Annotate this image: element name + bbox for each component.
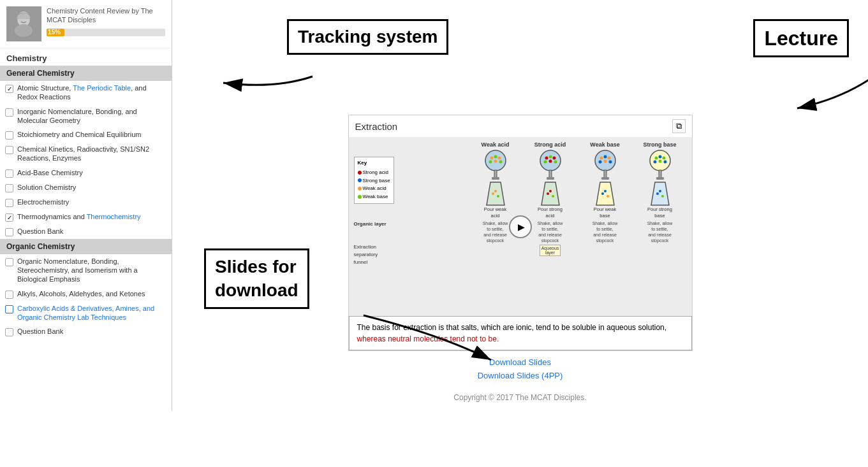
lesson-text: Thermodynamics and Thermochemistry	[17, 212, 141, 221]
lesson-checkbox[interactable]	[5, 328, 13, 336]
lesson-link[interactable]: The Periodic Table	[73, 84, 131, 92]
list-item[interactable]: Electrochemistry	[0, 195, 172, 210]
svg-point-39	[608, 161, 612, 164]
diagram-labels: Organic layer Extractionseparatoryfunnel	[354, 220, 386, 266]
svg-point-30	[547, 192, 549, 195]
svg-point-37	[598, 161, 601, 164]
list-item[interactable]: Chemical Kinetics, Radioactivity, SN1/SN…	[0, 142, 172, 166]
lesson-checkbox[interactable]: ✓	[5, 213, 13, 222]
download-slides-link[interactable]: Download Slides	[489, 357, 551, 367]
svg-rect-41	[601, 177, 609, 180]
svg-point-10	[497, 157, 501, 160]
svg-rect-54	[656, 177, 664, 180]
lecture-annotation: Lecture	[753, 19, 849, 57]
lesson-text: Organic Nomenclature, Bonding, Stereoche…	[17, 257, 165, 284]
list-item[interactable]: Acid-Base Chemistry	[0, 166, 172, 180]
lesson-checkbox[interactable]	[5, 146, 13, 154]
lesson-text: Acid-Base Chemistry	[17, 168, 83, 177]
svg-point-17	[492, 192, 494, 195]
download-slides-4pp-link[interactable]: Download Slides (4PP)	[478, 371, 563, 380]
svg-point-57	[661, 195, 664, 198]
lesson-text: Carboxylic Acids & Derivatives, Amines, …	[17, 304, 165, 322]
expand-button[interactable]: ⧉	[672, 119, 686, 133]
lesson-text: Chemical Kinetics, Radioactivity, SN1/SN…	[17, 145, 165, 163]
progress-label: 15%	[48, 29, 61, 36]
svg-point-23	[552, 157, 555, 160]
svg-rect-15	[492, 177, 499, 180]
copyright-text: Copyright © 2017 The MCAT Disciples.	[453, 387, 586, 405]
course-thumbnail	[6, 6, 41, 41]
list-item[interactable]: ✓ Atomic Structure, The Periodic Table, …	[0, 81, 172, 104]
list-item[interactable]: Organic Nomenclature, Bonding, Stereoche…	[0, 254, 172, 287]
video-title: Extraction	[355, 121, 398, 132]
list-item[interactable]: Carboxylic Acids & Derivatives, Amines, …	[0, 301, 172, 325]
lecture-area: Extraction ⧉ Key Strong acid Strong base…	[348, 115, 693, 351]
svg-point-56	[656, 192, 659, 195]
svg-point-38	[603, 160, 607, 163]
lesson-checkbox[interactable]	[5, 305, 13, 313]
svg-point-13	[499, 161, 502, 164]
svg-point-47	[654, 157, 658, 160]
lesson-checkbox[interactable]: ✓	[5, 85, 13, 93]
list-item[interactable]: Inorganic Nomenclature, Bonding, and Mol…	[0, 104, 172, 128]
sidebar: Chemistry Content Review by The MCAT Dis…	[0, 0, 172, 411]
svg-point-52	[663, 161, 666, 164]
lesson-link[interactable]: Thermochemistry	[87, 213, 141, 220]
svg-rect-28	[547, 177, 554, 180]
svg-point-11	[489, 161, 492, 164]
list-item[interactable]: Question Bank	[0, 224, 172, 239]
svg-point-24	[543, 161, 547, 164]
svg-point-50	[653, 161, 656, 164]
list-item[interactable]: Solution Chemistry	[0, 180, 172, 195]
lesson-checkbox[interactable]	[5, 258, 13, 266]
play-button[interactable]: ▶	[509, 215, 532, 238]
lesson-text: Alkyls, Alcohols, Aldehydes, and Ketones	[17, 289, 145, 298]
lesson-checkbox[interactable]	[5, 169, 13, 178]
svg-marker-55	[651, 182, 669, 205]
video-caption: The basis for extraction is that salts, …	[349, 316, 692, 350]
svg-point-12	[494, 160, 497, 163]
course-title: Chemistry Content Review by The MCAT Dis…	[47, 6, 165, 25]
svg-point-44	[607, 195, 609, 198]
lesson-checkbox[interactable]	[5, 184, 13, 192]
progress-bar: 15%	[47, 29, 165, 36]
list-item[interactable]: ✓ Thermodynamics and Thermochemistry	[0, 210, 172, 224]
section-title: Chemistry	[0, 48, 172, 66]
svg-point-36	[607, 157, 610, 160]
svg-point-2	[15, 24, 33, 37]
lesson-link[interactable]: Carboxylic Acids & Derivatives, Amines, …	[17, 305, 154, 321]
lesson-checkbox[interactable]	[5, 108, 13, 117]
svg-marker-29	[541, 182, 559, 205]
tracking-system-annotation: Tracking system	[287, 19, 448, 55]
lesson-checkbox[interactable]	[5, 199, 13, 207]
svg-point-43	[601, 192, 604, 195]
list-item[interactable]: Alkyls, Alcohols, Aldehydes, and Ketones	[0, 287, 172, 301]
list-item[interactable]: Stoichiometry and Chemical Equilibrium	[0, 127, 172, 142]
svg-point-49	[662, 157, 665, 160]
category-organic-chemistry: Organic Chemistry	[0, 239, 172, 254]
main-content: Tracking system Lecture Extraction ⧉	[172, 0, 868, 411]
list-item[interactable]: Question Bank	[0, 324, 172, 339]
video-content: Key Strong acid Strong base Weak acid We…	[349, 138, 692, 316]
funnel-weak-base: Weak base	[580, 141, 631, 243]
course-header: Chemistry Content Review by The MCAT Dis…	[0, 0, 172, 48]
svg-point-21	[545, 157, 548, 160]
diagram-key: Key Strong acid Strong base Weak acid We…	[354, 157, 394, 204]
svg-point-51	[658, 160, 661, 163]
lesson-checkbox[interactable]	[5, 131, 13, 140]
category-general-chemistry: General Chemistry	[0, 66, 172, 81]
lesson-checkbox[interactable]	[5, 228, 13, 236]
lesson-text: Question Bank	[17, 327, 63, 336]
svg-marker-42	[596, 182, 614, 205]
svg-marker-16	[487, 182, 504, 205]
funnel-strong-acid: Strong acid	[525, 141, 576, 256]
lesson-text: Electrochemistry	[17, 198, 69, 206]
svg-point-34	[600, 157, 603, 160]
svg-point-35	[603, 155, 607, 159]
slides-download-annotation: Slides fordownload	[204, 248, 309, 309]
course-info: Chemistry Content Review by The MCAT Dis…	[47, 6, 165, 36]
svg-point-25	[548, 160, 552, 163]
lesson-checkbox[interactable]	[5, 291, 13, 299]
lesson-text: Inorganic Nomenclature, Bonding, and Mol…	[17, 107, 165, 126]
svg-point-45	[604, 190, 607, 192]
